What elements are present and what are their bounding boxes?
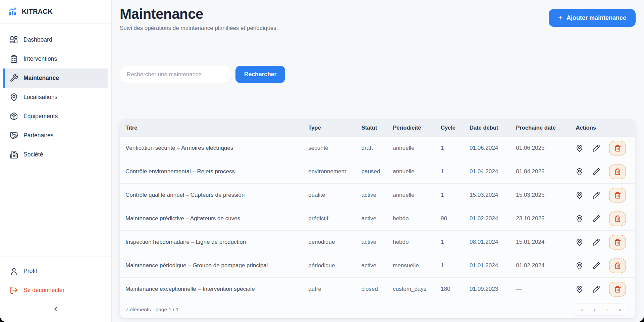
cell-date-debut: 01.06.2024 (464, 136, 511, 160)
wrench-icon (10, 74, 18, 82)
cell-cycle: 1 (435, 230, 464, 254)
locate-button[interactable] (576, 168, 583, 176)
sidebar-item-maintenance[interactable]: Maintenance (3, 68, 108, 88)
cell-titre: Inspection hebdomadaire – Ligne de produ… (120, 230, 303, 254)
sidebar-nav: Dashboard Interventions (0, 24, 111, 164)
cell-periodicite: hebdo (387, 207, 435, 230)
locate-button[interactable] (576, 238, 583, 246)
logo: KITRACK (0, 0, 111, 24)
sidebar-item-label: Partenaires (23, 132, 54, 139)
cell-prochaine-date: 01.04.2025 (511, 160, 570, 183)
add-maintenance-button[interactable]: + Ajouter maintenance (549, 9, 636, 27)
pagination-first-button[interactable]: « (575, 305, 588, 315)
table-body: Vérification sécurité – Armoires électri… (120, 136, 635, 301)
table-row: Vérification sécurité – Armoires électri… (120, 136, 635, 160)
sidebar-item-label: Localisations (23, 94, 57, 101)
locate-button[interactable] (576, 285, 583, 293)
locate-button[interactable] (576, 144, 583, 152)
sidebar-item-label: Maintenance (23, 75, 59, 82)
sidebar-item-partenaires[interactable]: Partenaires (3, 126, 108, 145)
cell-type: autre (303, 277, 356, 301)
cell-statut: active (356, 207, 387, 230)
cell-prochaine-date: — (511, 277, 570, 301)
edit-button[interactable] (592, 215, 600, 223)
delete-button[interactable] (609, 259, 626, 273)
cell-cycle: 1 (435, 254, 464, 277)
edit-button[interactable] (592, 262, 600, 270)
table-header-row: Titre Type Statut Périodicité Cycle Date… (120, 120, 635, 136)
locate-button[interactable] (576, 215, 583, 223)
delete-button[interactable] (609, 282, 626, 296)
app-name: KITRACK (22, 8, 53, 15)
cell-prochaine-date: 15.03.2025 (511, 183, 570, 207)
column-header-actions: Actions (570, 120, 635, 136)
trash-icon (614, 262, 621, 269)
cell-titre: Contrôle qualité annuel – Capteurs de pr… (120, 183, 303, 207)
delete-button[interactable] (609, 188, 626, 202)
pagination-next-button[interactable]: › (601, 305, 613, 315)
edit-button[interactable] (592, 168, 600, 176)
edit-button[interactable] (592, 191, 600, 199)
cell-type: périodique (303, 254, 356, 277)
section-divider (112, 90, 644, 90)
pencil-icon (592, 191, 600, 199)
cell-actions (570, 277, 635, 301)
package-icon (10, 112, 18, 121)
table-row: Contrôle environnemental – Rejets proces… (120, 160, 635, 183)
trash-icon (614, 145, 621, 152)
cell-type: environnement (303, 160, 356, 183)
cell-periodicite: annuelle (387, 160, 435, 183)
page-subtitle: Suivi des opérations de maintenance plan… (120, 25, 278, 32)
pagination-last-button[interactable]: » (613, 305, 626, 315)
sidebar-item-localisations[interactable]: Localisations (3, 88, 108, 107)
cell-periodicite: hebdo (387, 230, 435, 254)
pagination-prev-button[interactable]: ‹ (588, 305, 601, 315)
sidebar-collapse-button[interactable] (51, 305, 60, 314)
sidebar-item-interventions[interactable]: Interventions (3, 49, 108, 68)
clipboard-icon (10, 55, 18, 63)
handshake-icon (10, 131, 18, 140)
edit-button[interactable] (592, 238, 600, 246)
main-content: Maintenance Suivi des opérations de main… (112, 0, 644, 322)
cell-statut: active (356, 230, 387, 254)
pencil-icon (592, 144, 600, 152)
trash-icon (614, 192, 621, 199)
trash-icon (614, 168, 621, 175)
map-pin-icon (576, 215, 583, 223)
edit-button[interactable] (592, 285, 600, 293)
cell-actions (570, 183, 635, 207)
sidebar-item-dashboard[interactable]: Dashboard (3, 30, 108, 49)
delete-button[interactable] (609, 212, 626, 226)
column-header-statut: Statut (356, 120, 387, 136)
locate-button[interactable] (576, 191, 583, 199)
delete-button[interactable] (609, 235, 626, 249)
sidebar-item-societe[interactable]: Société (3, 145, 108, 164)
search-input[interactable] (120, 66, 231, 83)
cell-prochaine-date: 15.01.2024 (511, 230, 570, 254)
cell-periodicite: annuelle (387, 183, 435, 207)
maintenance-table: Titre Type Statut Périodicité Cycle Date… (120, 120, 635, 301)
sidebar: KITRACK Dashboard (0, 0, 112, 322)
delete-button[interactable] (609, 165, 626, 179)
cell-date-debut: 01.09.2023 (464, 277, 511, 301)
map-pin-icon (576, 144, 583, 152)
edit-button[interactable] (592, 144, 600, 152)
sidebar-item-profil[interactable]: Profil (3, 262, 108, 281)
sidebar-item-label: Se déconnecter (23, 287, 65, 294)
cell-titre: Contrôle environnemental – Rejets proces… (120, 160, 303, 183)
search-button[interactable]: Rechercher (235, 66, 285, 83)
cell-cycle: 1 (435, 136, 464, 160)
cell-periodicite: annuelle (387, 136, 435, 160)
add-maintenance-label: Ajouter maintenance (567, 14, 626, 21)
delete-button[interactable] (609, 141, 626, 155)
locate-button[interactable] (576, 262, 583, 270)
cell-statut: active (356, 254, 387, 277)
sidebar-item-equipements[interactable]: Équipements (3, 107, 108, 126)
cell-cycle: 1 (435, 160, 464, 183)
map-pin-icon (10, 93, 18, 101)
logout-button[interactable]: Se déconnecter (3, 281, 108, 300)
column-header-type: Type (303, 120, 356, 136)
table-row: Contrôle qualité annuel – Capteurs de pr… (120, 183, 635, 207)
cell-statut: paused (356, 160, 387, 183)
chevron-left-icon (52, 306, 59, 313)
